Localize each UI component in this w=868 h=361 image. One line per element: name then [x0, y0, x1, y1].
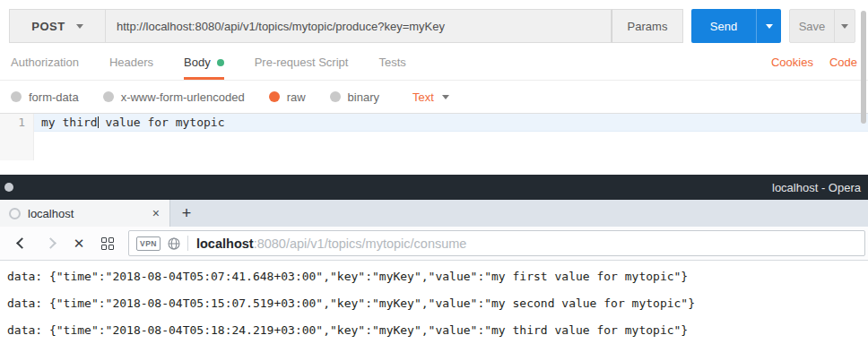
page-content: data: {"time":"2018-08-04T05:07:41.648+0…: [0, 261, 868, 359]
tab-tiles-button[interactable]: [93, 231, 122, 256]
stop-button[interactable]: ✕: [65, 231, 93, 256]
chevron-down-icon: [766, 24, 773, 29]
method-label: POST: [31, 20, 65, 33]
close-tab-icon[interactable]: ×: [148, 206, 164, 220]
grid-icon: [101, 237, 114, 250]
back-button[interactable]: [7, 231, 36, 256]
tab-headers[interactable]: Headers: [109, 56, 153, 80]
forward-button[interactable]: [36, 231, 65, 256]
new-tab-button[interactable]: +: [170, 200, 203, 227]
tab-authorization[interactable]: Authorization: [11, 56, 79, 80]
format-label: Text: [412, 90, 434, 104]
radio-selected-icon: [269, 91, 280, 102]
request-tabs: Authorization Headers Body Pre-request S…: [0, 50, 868, 81]
stop-icon: ✕: [74, 236, 85, 250]
address-bar-input[interactable]: VPN localhost:8080/api/v1/topics/mytopic…: [128, 230, 865, 256]
chevron-down-icon: [841, 24, 848, 29]
radio-binary[interactable]: binary: [330, 90, 379, 104]
cookies-link[interactable]: Cookies: [771, 56, 813, 80]
window-title: localhost - Opera: [772, 181, 861, 194]
send-options-button[interactable]: [756, 9, 781, 43]
tab-body-label: Body: [184, 56, 211, 69]
body-type-row: form-data x-www-form-urlencoded raw bina…: [0, 81, 868, 113]
opera-tabbar: localhost × +: [0, 200, 868, 227]
method-select[interactable]: POST: [9, 9, 106, 43]
radio-form-data[interactable]: form-data: [11, 90, 79, 104]
editor-gutter: 1: [0, 114, 34, 160]
request-url-value: http://localhost:8080/api/v1/topics/myto…: [117, 20, 445, 33]
code-link[interactable]: Code: [829, 56, 857, 80]
request-url-input[interactable]: http://localhost:8080/api/v1/topics/myto…: [106, 9, 612, 43]
url-host: localhost: [196, 236, 254, 251]
opera-titlebar: localhost - Opera: [0, 175, 868, 200]
chevron-left-icon: [16, 237, 28, 249]
format-select[interactable]: Text: [412, 90, 449, 104]
postman-request-panel: POST http://localhost:8080/api/v1/topics…: [0, 9, 868, 175]
browser-tab-localhost[interactable]: localhost ×: [0, 200, 170, 227]
send-button-label: Send: [691, 9, 756, 43]
request-url-row: POST http://localhost:8080/api/v1/topics…: [9, 9, 855, 43]
editor-text-before-cursor: my third: [41, 116, 98, 129]
chevron-right-icon: [45, 237, 56, 249]
body-has-content-dot: [217, 59, 224, 66]
tab-body[interactable]: Body: [184, 56, 224, 80]
send-button[interactable]: Send: [691, 9, 781, 43]
tab-favicon-icon: [9, 208, 21, 219]
sse-data-line: data: {"time":"2018-08-04T05:07:41.648+0…: [7, 270, 861, 297]
radio-icon: [11, 91, 22, 102]
save-button[interactable]: Save: [789, 9, 855, 43]
save-button-label: Save: [790, 10, 834, 42]
opera-menu-icon[interactable]: [4, 183, 13, 192]
editor-content[interactable]: my third value for mytopic: [34, 114, 868, 160]
chevron-down-icon: [76, 24, 83, 29]
tab-tests[interactable]: Tests: [378, 56, 405, 80]
radio-x-www-form-urlencoded[interactable]: x-www-form-urlencoded: [103, 90, 245, 104]
save-options-button[interactable]: [834, 10, 855, 42]
url-path: :8080/api/v1/topics/mytopic/consume: [254, 236, 467, 251]
radio-icon: [330, 91, 341, 102]
sse-data-line: data: {"time":"2018-08-04T05:18:24.219+0…: [7, 323, 861, 350]
vpn-badge[interactable]: VPN: [136, 236, 161, 251]
globe-icon[interactable]: [168, 237, 180, 250]
line-number: 1: [0, 114, 33, 129]
tab-pre-request-script[interactable]: Pre-request Script: [255, 56, 349, 80]
editor-active-line[interactable]: my third value for mytopic: [34, 114, 868, 132]
tab-title: localhost: [28, 207, 148, 220]
chevron-down-icon: [442, 95, 449, 99]
radio-icon: [103, 91, 114, 102]
opera-addressbar: ✕ VPN localhost:8080/api/v1/topics/mytop…: [0, 227, 868, 261]
body-editor[interactable]: 1 my third value for mytopic: [0, 113, 868, 160]
radio-raw[interactable]: raw: [269, 90, 306, 104]
editor-text-after-cursor: value for mytopic: [99, 116, 225, 129]
vertical-scrollbar[interactable]: [861, 11, 866, 124]
params-button[interactable]: Params: [612, 9, 683, 43]
divider: [187, 236, 188, 251]
sse-data-line: data: {"time":"2018-08-04T05:15:07.519+0…: [7, 297, 861, 323]
